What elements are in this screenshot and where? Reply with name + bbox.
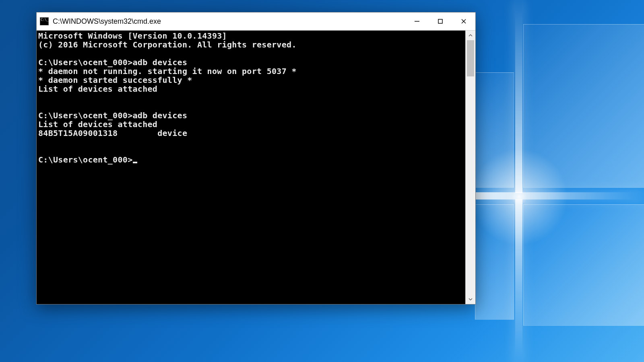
scroll-thumb[interactable] [467, 40, 474, 76]
window-title: C:\WINDOWS\system32\cmd.exe [53, 17, 405, 26]
chevron-up-icon [469, 33, 473, 37]
minimize-button[interactable] [405, 12, 429, 30]
maximize-button[interactable] [429, 12, 452, 30]
console-prompt: C:\Users\ocent_000> [38, 155, 132, 165]
desktop-background: C:\WINDOWS\system32\cmd.exe Microsoft Wi… [0, 0, 644, 362]
cmd-icon [40, 17, 49, 25]
window-controls [405, 12, 475, 30]
cmd-window: C:\WINDOWS\system32\cmd.exe Microsoft Wi… [36, 12, 476, 304]
titlebar[interactable]: C:\WINDOWS\system32\cmd.exe [37, 12, 475, 31]
maximize-icon [438, 19, 443, 24]
scroll-track[interactable] [466, 40, 475, 294]
vertical-scrollbar[interactable] [465, 31, 475, 304]
scroll-down-button[interactable] [466, 294, 475, 304]
close-button[interactable] [452, 12, 475, 30]
close-icon [461, 19, 466, 24]
svg-rect-1 [438, 19, 442, 23]
chevron-down-icon [469, 297, 473, 301]
minimize-icon [414, 19, 420, 24]
console-output[interactable]: Microsoft Windows [Version 10.0.14393] (… [37, 31, 465, 304]
text-cursor [133, 162, 137, 163]
scroll-up-button[interactable] [466, 31, 475, 40]
